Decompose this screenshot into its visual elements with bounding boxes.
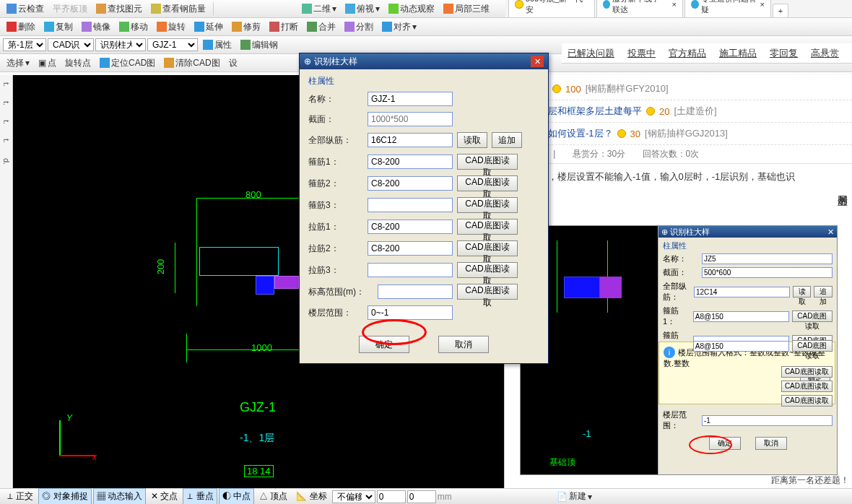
mini-cad-button[interactable]: CAD底图读取 (792, 340, 833, 352)
left-strip-tab[interactable]: t. (2, 120, 11, 124)
cad-read-button[interactable]: CAD底图读取 (457, 197, 518, 213)
left-strip-tab[interactable]: t. (2, 139, 11, 143)
input-elev[interactable] (378, 284, 453, 299)
mini-read-button[interactable]: 读取 (793, 286, 812, 297)
dialog-titlebar[interactable]: ⊕ 识别柱大样 ✕ (300, 53, 548, 69)
delete-button[interactable]: 删除 (3, 19, 39, 35)
dialog-close-button[interactable]: ✕ (531, 56, 544, 67)
input-name[interactable] (368, 92, 453, 106)
set-button[interactable]: 设 (225, 55, 241, 71)
split-button[interactable]: 分割 (341, 19, 377, 35)
merge-button[interactable]: 合并 (303, 19, 339, 35)
rotate-point-button[interactable]: 旋转点 (61, 55, 95, 71)
input-hoop1[interactable] (368, 155, 453, 169)
move-button[interactable]: 移动 (116, 19, 152, 35)
new-build-button[interactable]: 📄 新建▾ (553, 488, 596, 504)
input-section[interactable] (368, 112, 453, 126)
input-hoop3[interactable] (368, 198, 453, 212)
status-mid[interactable]: ◐ 中点 (219, 488, 254, 504)
input-hoop2[interactable] (368, 176, 453, 191)
locate-cad-button[interactable]: 定位CAD图 (96, 55, 159, 71)
input-tie1[interactable] (368, 220, 453, 234)
left-strip-tab[interactable]: t. (2, 82, 11, 87)
read-button[interactable]: 读取 (457, 132, 487, 148)
view-rebar-button[interactable]: 查看钢筋量 (147, 1, 209, 17)
append-button[interactable]: 追加 (492, 132, 522, 148)
status-perp[interactable]: ⊥ 垂点 (183, 488, 217, 504)
nav-zero-reply[interactable]: 零回复 (770, 47, 798, 60)
mini-input-row5[interactable] (693, 341, 789, 352)
cancel-button[interactable]: 取消 (438, 336, 489, 353)
mini-close-icon[interactable]: ✕ (827, 227, 834, 237)
status-apex[interactable]: △ 顶点 (256, 488, 291, 504)
mini-input-floor[interactable] (702, 415, 833, 426)
browser-tab-2[interactable]: 服务新干线 广联达× (596, 0, 683, 17)
left-strip-tab[interactable]: t. (2, 101, 11, 105)
select-button[interactable]: 选择▾ (3, 55, 33, 71)
trim-button[interactable]: 修剪 (228, 19, 264, 35)
mini-input-section[interactable] (702, 267, 833, 278)
status-coord[interactable]: 📐 坐标 (292, 488, 330, 504)
browser-tab-3[interactable]: 专业造价问题答疑× (684, 0, 771, 17)
input-tie2[interactable] (368, 241, 453, 256)
status-ortho[interactable]: ⊥ 正交 (3, 488, 37, 504)
nav-construction[interactable]: 施工精品 (719, 47, 757, 60)
align-button[interactable]: 对齐▾ (378, 19, 420, 35)
offset-y[interactable] (407, 490, 436, 503)
point-button[interactable]: ▣ 点 (35, 55, 60, 71)
cloud-check-button[interactable]: 云检查 (3, 1, 48, 17)
mini-cad-button[interactable]: CAD底图读取 (781, 395, 833, 407)
input-tie3[interactable] (368, 263, 453, 277)
left-strip-tab[interactable]: d. (2, 158, 11, 165)
flat-roof-button[interactable]: 平齐板顶 (49, 1, 91, 17)
nav-voting[interactable]: 投票中 (627, 47, 656, 60)
clear-cad-button[interactable]: 清除CAD图 (160, 55, 223, 71)
props-button[interactable]: 属性 (199, 37, 235, 53)
rotate-button[interactable]: 旋转 (153, 19, 189, 35)
rec-col-combo[interactable]: 识别柱大1 (95, 38, 146, 51)
mini-input-h1[interactable] (693, 311, 789, 322)
cad-rec-combo[interactable]: CAD识别 (48, 38, 94, 51)
status-dyn[interactable]: ▦ 动态输入 (93, 488, 146, 504)
mini-cad-button[interactable]: CAD底图读取 (781, 366, 833, 378)
mini-cancel-button[interactable]: 取消 (755, 437, 787, 450)
ok-button[interactable]: 确定 (359, 336, 409, 353)
edit-rebar-button[interactable]: 编辑钢 (237, 37, 282, 53)
mini-append-button[interactable]: 追加 (814, 286, 833, 297)
mirror-button[interactable]: 镜像 (78, 19, 114, 35)
cad-read-button[interactable]: CAD底图读取 (457, 284, 518, 300)
extend-button[interactable]: 延伸 (191, 19, 227, 35)
break-button[interactable]: 打断 (266, 19, 302, 35)
mini-input-all[interactable] (694, 287, 790, 297)
bird-view-button[interactable]: 俯视▾ (342, 1, 383, 17)
cad-read-button[interactable]: CAD底图读取 (457, 154, 518, 170)
nav-official[interactable]: 官方精品 (669, 47, 706, 60)
input-floor-range[interactable] (368, 305, 453, 320)
cad-read-button[interactable]: CAD底图读取 (457, 175, 518, 191)
cad-read-button[interactable]: CAD底图读取 (457, 240, 518, 256)
copy-button[interactable]: 复制 (40, 19, 77, 35)
browser-tab-plus[interactable]: + (773, 4, 788, 17)
forum-item[interactable]: 剪力墙高层和框架多层土建每平 20 [土建造价] (505, 100, 852, 123)
offset-combo[interactable]: 不偏移 (332, 490, 375, 503)
browser-tab-1[interactable]: 360导航_新一代安 (508, 0, 595, 17)
find-drawing-button[interactable]: 查找图元 (92, 1, 146, 17)
cad-read-button[interactable]: CAD底图读取 (457, 262, 518, 278)
nav-solved[interactable]: 已解决问题 (568, 47, 614, 60)
cad-read-button[interactable]: CAD底图读取 (457, 219, 518, 235)
status-cross[interactable]: ✕ 交点 (147, 488, 181, 504)
mini-input-name[interactable] (702, 253, 833, 264)
forum-item[interactable]: 座有问题 100 [钢筋翻样GFY2010] (505, 78, 852, 100)
dynamic-observe-button[interactable]: 动态观察 (385, 1, 438, 17)
offset-x[interactable] (377, 490, 406, 503)
mini-cad-button[interactable]: CAD底图读取 (781, 381, 833, 392)
forum-item[interactable]: 柱大样时如何设置-1层？ 30 [钢筋抽样GGJ2013] (505, 123, 852, 145)
mini-cad-button[interactable]: CAD底图读取 (792, 310, 833, 322)
nav-high-bounty[interactable]: 高悬赏 (811, 47, 839, 60)
gjz-combo[interactable]: GJZ-1 (147, 38, 198, 51)
layer-combo[interactable]: 第-1层 (3, 38, 46, 51)
status-osnap[interactable]: ◎ 对象捕捉 (38, 488, 91, 504)
input-all-long[interactable] (368, 133, 453, 147)
2d-button[interactable]: 二维▾ (298, 1, 340, 17)
mini-ok-button[interactable]: 确定 (709, 437, 741, 450)
